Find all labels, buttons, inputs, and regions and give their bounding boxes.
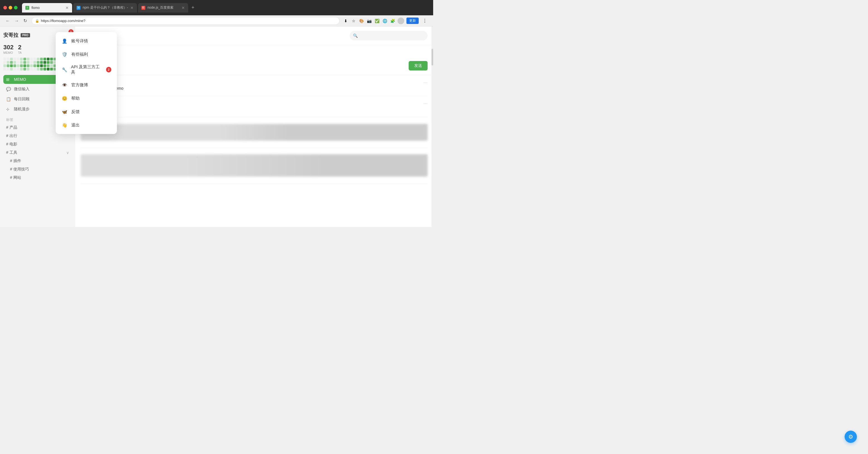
memo-1-date: i-01 20:36:57 <box>81 80 428 84</box>
memo-item-4: ··· <box>81 148 428 184</box>
update-button[interactable]: 更新 <box>406 18 419 24</box>
search-box[interactable]: 🔍 <box>350 31 428 40</box>
heatmap-cell <box>50 61 53 64</box>
dropdown-logout[interactable]: 👋 退出 <box>56 118 117 132</box>
heatmap-cell <box>7 68 9 70</box>
heatmap-cell <box>40 61 43 64</box>
minimize-traffic-light[interactable] <box>9 6 12 9</box>
download-icon[interactable]: ⬇ <box>343 18 348 24</box>
search-input[interactable] <box>360 33 424 38</box>
memo-3-content <box>81 124 428 141</box>
tag-plugin[interactable]: # 插件 <box>3 157 72 165</box>
heatmap-cell <box>50 68 53 70</box>
heatmap-cell <box>27 68 30 70</box>
heatmap-cell <box>23 64 26 67</box>
dropdown-feedback[interactable]: 🦋 反馈 <box>56 105 117 118</box>
heatmap-cell <box>10 64 13 67</box>
heatmap-cell <box>27 64 30 67</box>
ext5-icon[interactable]: 🧩 <box>390 18 395 24</box>
tab-nodejs[interactable]: 图 node.js_百度搜索 ✕ <box>138 3 188 12</box>
dropdown-help[interactable]: 😊 帮助 <box>56 92 117 105</box>
back-button[interactable]: ← <box>4 18 11 24</box>
dropdown-benefits[interactable]: 🛡️ 有些福利 <box>56 48 117 61</box>
tag-website[interactable]: # 网站 <box>3 174 72 182</box>
compose-toolbar: ☰ ≡ B U 🖼 发送 <box>81 61 428 70</box>
menu-dots[interactable]: ⋮ <box>421 18 429 24</box>
account-icon: 👤 <box>61 38 68 44</box>
compose-input[interactable] <box>81 50 428 59</box>
logout-icon: 👋 <box>61 122 68 128</box>
ext4-icon[interactable]: 🌐 <box>382 18 388 24</box>
tab-label-flomo: flomo <box>31 6 39 10</box>
heatmap-cell <box>47 64 50 67</box>
dropdown-weibo-label: 官方微博 <box>71 83 88 88</box>
memo-1-content: test 在终端中添加 Memo <box>81 85 428 91</box>
tag-tools[interactable]: # 工具 ∨ <box>3 148 72 157</box>
ext3-icon[interactable]: ✅ <box>374 18 380 24</box>
dropdown-weibo[interactable]: 👁️ 官方微博 <box>56 78 117 92</box>
nav-buttons: ← → ↻ <box>4 18 28 24</box>
nav-item-daily-label: 每日回顾 <box>14 97 30 102</box>
benefits-icon: 🛡️ <box>61 51 68 58</box>
heatmap-cell <box>33 68 36 70</box>
tab-npm[interactable]: 知 npm 是干什么的？（非教程）- ✕ <box>73 3 137 12</box>
dropdown-api[interactable]: 🔧 API 及第三方工具 2 <box>56 61 117 78</box>
api-badge: 2 <box>106 67 111 72</box>
memo-item-1: i-01 20:36:57 test 在终端中添加 Memo ··· <box>81 75 428 96</box>
heatmap-cell <box>37 68 39 70</box>
heatmap-cell <box>7 64 9 67</box>
heatmap-cell <box>33 64 36 67</box>
main-content: MEMO 🔍 ☰ ≡ B U 🖼 发送 i-01 20:36:57 te <box>75 27 433 227</box>
heatmap-cell <box>10 61 13 64</box>
dropdown-benefits-label: 有些福利 <box>71 52 88 57</box>
heatmap-cell <box>30 58 33 60</box>
heatmap-cell <box>37 58 39 60</box>
memo-4-more-button[interactable]: ··· <box>424 152 428 158</box>
heatmap-cell <box>13 61 16 64</box>
tab-flomo[interactable]: f flomo ✕ <box>22 3 72 12</box>
add-tab-button[interactable]: + <box>189 4 197 12</box>
tag-tips[interactable]: # 使用技巧 <box>3 165 72 174</box>
memo-1-more-button[interactable]: ··· <box>424 80 428 86</box>
close-traffic-light[interactable] <box>3 6 7 9</box>
ta-stat: 2 TA <box>18 44 22 54</box>
tab-close-npm[interactable]: ✕ <box>130 6 134 10</box>
bookmark-icon[interactable]: ☆ <box>351 18 356 24</box>
memo-item-2: i-01 14:13:03 #工具 ··· <box>81 96 428 117</box>
nav-item-wechat-label: 微信输入 <box>14 87 30 92</box>
api-icon: 🔧 <box>61 66 68 73</box>
heatmap-cell <box>17 58 20 60</box>
heatmap-cell <box>27 61 30 64</box>
ext2-icon[interactable]: 📷 <box>366 18 372 24</box>
scrollbar-track <box>432 27 433 227</box>
tag-movie[interactable]: # 电影 <box>3 140 72 148</box>
tab-favicon-nodejs: 图 <box>142 6 145 10</box>
ext1-icon[interactable]: 🎨 <box>359 18 364 24</box>
random-nav-icon: ⊹ <box>6 107 11 112</box>
ta-label: TA <box>18 51 22 54</box>
heatmap-cell <box>43 68 46 70</box>
weibo-icon: 👁️ <box>61 82 68 88</box>
tab-close-flomo[interactable]: ✕ <box>65 6 69 10</box>
wechat-nav-icon: 💬 <box>6 87 11 91</box>
memo-2-more-button[interactable]: ··· <box>424 100 428 107</box>
heatmap-cell <box>20 58 23 60</box>
forward-button[interactable]: → <box>13 18 20 24</box>
tabs-bar: f flomo ✕ 知 npm 是干什么的？（非教程）- ✕ 图 node.js… <box>22 3 430 12</box>
dropdown-account[interactable]: 👤 账号详情 <box>56 34 117 48</box>
maximize-traffic-light[interactable] <box>14 6 18 9</box>
dropdown-help-label: 帮助 <box>71 96 80 101</box>
send-button[interactable]: 发送 <box>409 61 428 70</box>
memo-3-more-button[interactable]: ··· <box>424 122 428 127</box>
avatar-icon[interactable] <box>398 18 404 24</box>
heatmap-cell <box>43 58 46 60</box>
tag-product-label: # 产品 <box>6 125 17 130</box>
scrollbar-thumb[interactable] <box>432 49 433 65</box>
refresh-button[interactable]: ↻ <box>22 18 28 24</box>
memo-2-date: i-01 14:13:03 <box>81 100 428 104</box>
heatmap-cell <box>3 58 6 60</box>
heatmap-cell <box>17 61 20 64</box>
address-field[interactable]: 🔒 https://flomoapp.com/mine? <box>31 17 340 25</box>
heatmap-cell <box>47 58 50 60</box>
tab-close-nodejs[interactable]: ✕ <box>182 6 185 10</box>
